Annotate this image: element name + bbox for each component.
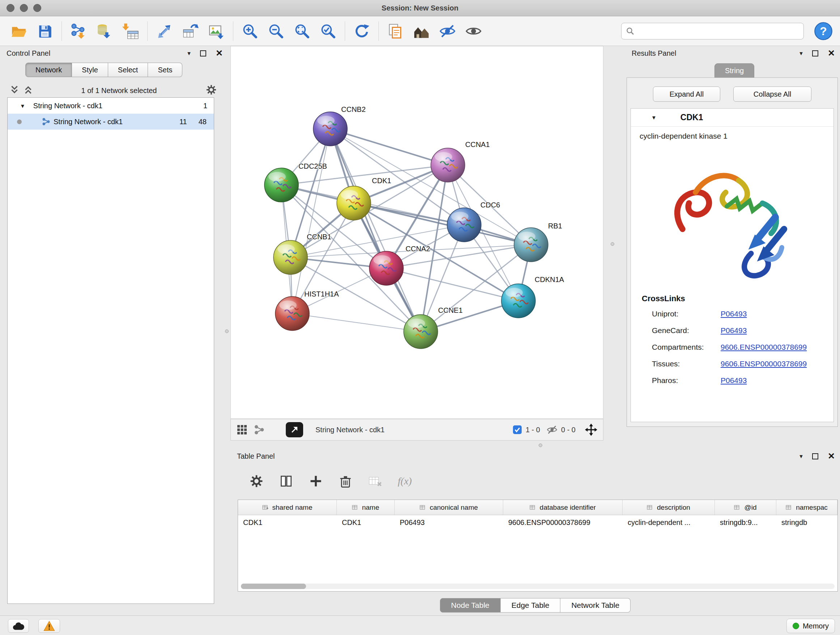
duplicate-network-button[interactable]	[382, 19, 409, 43]
import-network-from-database-button[interactable]	[92, 19, 118, 43]
detach-view-button[interactable]	[286, 422, 303, 437]
collapse-all-button[interactable]: Collapse All	[733, 87, 812, 102]
float-panel-icon[interactable]	[812, 50, 818, 57]
import-network-from-file-button[interactable]	[65, 19, 92, 43]
tab-style[interactable]: Style	[72, 63, 108, 77]
network-edge[interactable]	[292, 129, 330, 314]
float-panel-icon[interactable]	[812, 453, 818, 459]
crosslink-link-genecard[interactable]: P06493	[721, 326, 747, 335]
minimize-window-button[interactable]	[20, 4, 28, 12]
expand-all-networks-icon[interactable]	[24, 85, 33, 96]
network-node-label: CDC25B	[298, 162, 327, 170]
cloud-icon	[12, 621, 25, 631]
network-share-icon[interactable]	[254, 424, 264, 435]
close-panel-icon[interactable]: ✕	[216, 49, 223, 57]
crosslink-link-compartments[interactable]: 9606.ENSP00000378699	[721, 343, 807, 352]
tab-network[interactable]: Network	[25, 63, 72, 77]
column-header-description[interactable]: description	[622, 500, 715, 515]
memory-button[interactable]: Memory	[786, 619, 835, 633]
left-splitter-handle[interactable]	[225, 329, 229, 333]
horizontal-scrollbar[interactable]	[241, 584, 835, 589]
scrollbar-thumb[interactable]	[241, 584, 306, 589]
network-edge[interactable]	[292, 314, 421, 332]
import-table-from-file-button[interactable]	[118, 19, 144, 43]
network-canvas[interactable]: CCNB2CCNA1CDC25BCDK1CDC6RB1CCNB1CCNA2CDK…	[231, 46, 603, 419]
hidden-eye-slash-icon[interactable]	[546, 424, 557, 435]
zoom-in-button[interactable]	[237, 19, 263, 43]
hide-graphics-details-button[interactable]	[434, 19, 461, 43]
birds-eye-view-button[interactable]	[409, 19, 434, 43]
export-image-button[interactable]	[203, 19, 229, 43]
warnings-button[interactable]	[38, 619, 60, 633]
crosslink-link-pharos[interactable]: P06493	[721, 376, 747, 385]
cell-description[interactable]: cyclin-dependent ...	[622, 515, 715, 530]
column-header-canonical-name[interactable]: canonical name	[395, 500, 503, 515]
cell-shared-name[interactable]: CDK1	[238, 515, 337, 530]
delete-table-button[interactable]	[366, 472, 384, 490]
apply-layout-button[interactable]	[349, 19, 375, 43]
table-row[interactable]: CDK1 CDK1 P06493 9606.ENSP00000378699 cy…	[238, 515, 837, 530]
bottom-splitter-handle[interactable]	[538, 443, 542, 447]
tab-node-table[interactable]: Node Table	[440, 598, 501, 613]
gene-collapse-icon[interactable]: ▼	[651, 114, 657, 120]
add-column-button[interactable]	[307, 472, 325, 490]
zoom-fit-button[interactable]	[289, 19, 315, 43]
show-columns-button[interactable]	[278, 472, 295, 490]
panel-menu-icon[interactable]: ▾	[187, 50, 191, 57]
table-settings-button[interactable]	[248, 472, 265, 490]
cell-canonical-name[interactable]: P06493	[395, 515, 503, 530]
expand-all-button[interactable]: Expand All	[653, 87, 720, 102]
crosslink-link-uniprot[interactable]: P06493	[721, 310, 747, 318]
new-network-from-selection-button[interactable]	[177, 19, 203, 43]
network-collection-row[interactable]: ▼ String Network - cdk1 1	[8, 98, 214, 114]
network-edge[interactable]	[330, 129, 421, 332]
network-row[interactable]: String Network - cdk1 11 48	[8, 114, 214, 130]
crosslink-link-tissues[interactable]: 9606.ENSP00000378699	[721, 359, 807, 368]
help-button[interactable]: ?	[814, 22, 833, 41]
panel-menu-icon[interactable]: ▾	[799, 50, 803, 57]
cell-namespace[interactable]: stringdb	[776, 515, 837, 530]
node-gloss	[373, 255, 391, 264]
tab-edge-table[interactable]: Edge Table	[501, 598, 561, 613]
cloud-status-button[interactable]	[8, 619, 29, 633]
pan-mode-icon[interactable]	[585, 424, 597, 436]
zoom-selected-button[interactable]	[315, 19, 341, 43]
tab-sets[interactable]: Sets	[148, 63, 182, 77]
show-graphics-details-button[interactable]	[461, 19, 486, 43]
zoom-out-button[interactable]	[263, 19, 289, 43]
right-splitter-handle[interactable]	[611, 242, 614, 246]
node-gloss	[279, 301, 297, 310]
network-edge[interactable]	[330, 129, 448, 165]
cell-name[interactable]: CDK1	[337, 515, 395, 530]
close-panel-icon[interactable]: ✕	[828, 49, 835, 57]
close-window-button[interactable]	[6, 4, 14, 12]
delete-column-button[interactable]	[337, 472, 354, 490]
search-input[interactable]	[638, 27, 799, 35]
tab-string[interactable]: String	[714, 63, 754, 78]
cell-id[interactable]: stringdb:9...	[715, 515, 776, 530]
collection-expand-icon[interactable]: ▼	[20, 103, 25, 109]
grid-view-icon[interactable]	[237, 424, 248, 435]
column-header-shared-name[interactable]: shared name	[238, 500, 337, 515]
network-graph[interactable]: CCNB2CCNA1CDC25BCDK1CDC6RB1CCNB1CCNA2CDK…	[231, 46, 603, 418]
function-builder-button[interactable]: f(x)	[396, 472, 414, 490]
node-gloss	[451, 212, 469, 221]
maximize-window-button[interactable]	[33, 4, 41, 12]
tab-network-table[interactable]: Network Table	[561, 598, 630, 613]
network-edge[interactable]	[330, 129, 531, 245]
column-header-database-identifier[interactable]: database identifier	[503, 500, 622, 515]
tab-select[interactable]: Select	[108, 63, 148, 77]
save-session-button[interactable]	[32, 19, 58, 43]
network-options-gear-icon[interactable]	[205, 84, 217, 97]
column-header-name[interactable]: name	[337, 500, 395, 515]
cell-database-identifier[interactable]: 9606.ENSP00000378699	[503, 515, 622, 530]
float-panel-icon[interactable]	[200, 50, 206, 57]
collapse-all-networks-icon[interactable]	[10, 85, 19, 96]
open-session-button[interactable]	[6, 19, 32, 43]
selected-checkbox-icon[interactable]	[513, 425, 522, 434]
first-neighbors-button[interactable]	[151, 19, 177, 43]
column-header-namespace[interactable]: namespac	[776, 500, 837, 515]
close-panel-icon[interactable]: ✕	[828, 452, 835, 461]
panel-menu-icon[interactable]: ▾	[799, 453, 803, 459]
column-header-id[interactable]: @id	[715, 500, 776, 515]
